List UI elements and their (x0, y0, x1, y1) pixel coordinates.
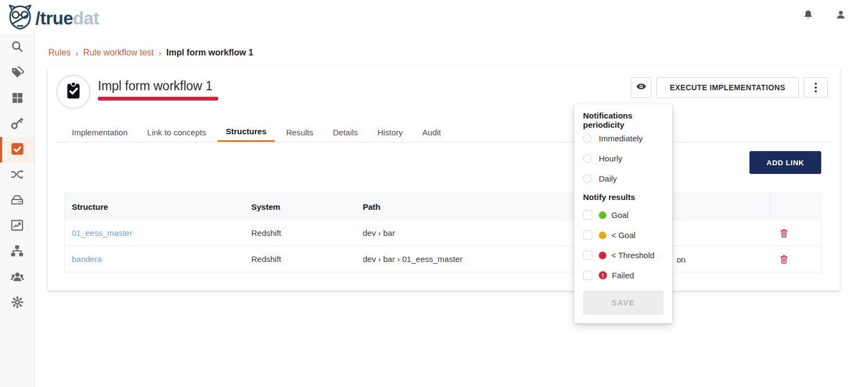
sidebar-item-tags[interactable] (0, 60, 34, 86)
logo-true: true (40, 8, 73, 28)
notify-results-title: Notify results (583, 189, 664, 205)
checkbox-option-goal[interactable]: Goal (583, 205, 664, 225)
system-cell: Redshift (244, 220, 356, 246)
delete-link-button[interactable] (779, 228, 789, 239)
check-square-icon (10, 142, 24, 158)
header-actions: EXECUTE IMPLEMENTATIONS (631, 77, 828, 98)
gear-icon (11, 296, 24, 311)
sidebar-item-dashboards[interactable] (0, 86, 34, 111)
radio-icon[interactable] (583, 134, 592, 143)
owl-logo-icon (8, 4, 33, 32)
tab-audit[interactable]: Audit (414, 122, 449, 142)
tab-results[interactable]: Results (278, 122, 321, 142)
table-row: bandera Redshift dev › bar › 01_eess_mas… (65, 246, 821, 272)
sitemap-icon (10, 244, 24, 260)
truedat-logo[interactable]: /truedat (8, 4, 99, 32)
checkbox-option-below-threshold[interactable]: < Threshold (583, 245, 664, 265)
hard-drive-icon (10, 193, 24, 209)
grid-icon (11, 91, 24, 107)
checkbox-icon[interactable] (583, 210, 592, 220)
sidebar-item-permissions[interactable] (0, 111, 34, 137)
goal-status-dot (599, 211, 606, 219)
top-bar: /truedat (0, 0, 868, 34)
logo-wordmark: /truedat (35, 9, 99, 27)
periodicity-title: Notifications periodicity (583, 112, 664, 128)
clipboard-check-icon (64, 81, 83, 103)
column-header-path: Path (356, 194, 516, 220)
table-header: Structure System Path (65, 194, 821, 220)
checkbox-icon[interactable] (583, 271, 592, 280)
sidebar-nav (0, 34, 35, 387)
column-header-delete (770, 194, 821, 220)
more-options-button[interactable] (804, 77, 828, 98)
watch-button[interactable] (631, 77, 652, 98)
sidebar-item-users[interactable] (0, 265, 34, 290)
breadcrumb-current: Impl form workflow 1 (166, 48, 253, 58)
checkbox-icon[interactable] (583, 251, 592, 260)
partially-hidden-cell-text: on (677, 246, 686, 272)
breadcrumb: Rules › Rule workflow test › Impl form w… (48, 48, 253, 58)
search-icon (10, 40, 24, 55)
sidebar-item-charts[interactable] (0, 214, 34, 239)
key-icon (10, 116, 24, 132)
sidebar-item-search[interactable] (0, 35, 34, 60)
tab-link-to-concepts[interactable]: Link to concepts (139, 122, 214, 142)
below-threshold-status-dot (599, 252, 606, 259)
tags-icon (10, 65, 24, 81)
rule-detail-card: Impl form workflow 1 EXECUTE IMPLEMENTAT… (48, 66, 840, 291)
system-cell: Redshift (244, 246, 356, 272)
sidebar-item-systems[interactable] (0, 188, 34, 214)
path-cell: dev › bar › 01_eess_master (356, 246, 516, 272)
user-menu-button[interactable] (835, 9, 846, 23)
sidebar-item-settings[interactable] (0, 290, 34, 316)
breadcrumb-separator: › (159, 48, 162, 58)
radio-icon[interactable] (583, 174, 592, 183)
save-button[interactable]: SAVE (583, 291, 664, 315)
logo-slash: / (35, 8, 40, 28)
trash-icon (779, 254, 789, 265)
notifications-bell-button[interactable] (803, 9, 814, 23)
chart-line-icon (10, 219, 24, 234)
table-row: 01_eess_master Redshift dev › bar (65, 220, 821, 246)
checkbox-option-below-goal[interactable]: < Goal (583, 225, 664, 245)
radio-option-daily[interactable]: Daily (583, 168, 664, 189)
tab-details[interactable]: Details (325, 122, 366, 142)
structures-table: Structure System Path 01_eess_master Red… (64, 193, 821, 272)
page-title: Impl form workflow 1 (98, 79, 213, 93)
structure-link[interactable]: 01_eess_master (65, 220, 244, 246)
radio-icon[interactable] (583, 154, 592, 163)
rule-type-badge (56, 74, 91, 109)
notifications-popup: Notifications periodicity Immediately Ho… (574, 104, 672, 323)
tab-implementation[interactable]: Implementation (64, 122, 136, 142)
bell-icon (803, 13, 814, 22)
below-goal-status-dot (599, 232, 606, 239)
title-underline (98, 97, 218, 101)
failed-exclamation-icon: ! (599, 271, 607, 279)
eye-icon (635, 80, 647, 95)
column-header-system: System (244, 194, 356, 220)
sidebar-item-connections[interactable] (0, 163, 34, 188)
breadcrumb-rule-workflow-test[interactable]: Rule workflow test (83, 48, 154, 58)
radio-option-immediately[interactable]: Immediately (583, 128, 664, 148)
tab-history[interactable]: History (369, 122, 411, 142)
tab-structures[interactable]: Structures (218, 122, 275, 142)
breadcrumb-rules[interactable]: Rules (48, 48, 71, 58)
logo-dat: dat (73, 8, 99, 28)
breadcrumb-separator: › (76, 48, 78, 58)
add-link-button[interactable]: ADD LINK (749, 151, 821, 174)
table-body: 01_eess_master Redshift dev › bar (65, 220, 821, 272)
path-cell: dev › bar (356, 220, 516, 246)
delete-link-button[interactable] (779, 254, 789, 265)
sidebar-item-quality-rules[interactable] (0, 137, 34, 163)
checkbox-icon[interactable] (583, 230, 592, 240)
execute-implementations-button[interactable]: EXECUTE IMPLEMENTATIONS (656, 77, 799, 98)
structure-link[interactable]: bandera (65, 246, 244, 272)
sidebar-item-lineage[interactable] (0, 239, 34, 265)
radio-option-hourly[interactable]: Hourly (583, 148, 664, 168)
checkbox-option-failed[interactable]: ! Failed (583, 265, 664, 285)
shuffle-icon (10, 168, 24, 183)
users-icon (10, 270, 24, 286)
topbar-actions (803, 9, 846, 23)
tab-bar: Implementation Link to concepts Structur… (56, 122, 832, 142)
column-header-structure: Structure (65, 194, 244, 220)
